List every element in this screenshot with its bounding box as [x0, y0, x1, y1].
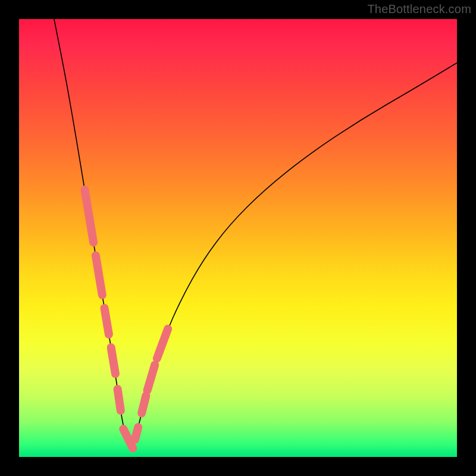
highlight-segment [135, 427, 138, 440]
highlight-segments [84, 190, 168, 448]
bottleneck-curve [54, 19, 457, 443]
watermark-text: TheBottleneck.com [367, 2, 471, 16]
chart-svg [19, 19, 457, 457]
highlight-segment [148, 365, 155, 390]
highlight-segment [157, 329, 168, 359]
highlight-segment [111, 347, 115, 374]
highlight-segment [96, 255, 102, 295]
plot-area [19, 19, 457, 457]
chart-frame: TheBottleneck.com [0, 0, 476, 476]
highlight-segment [142, 396, 146, 413]
curve-group [54, 19, 457, 443]
highlight-segment [105, 308, 109, 334]
highlight-segment [84, 190, 93, 242]
highlight-segment [118, 389, 121, 411]
